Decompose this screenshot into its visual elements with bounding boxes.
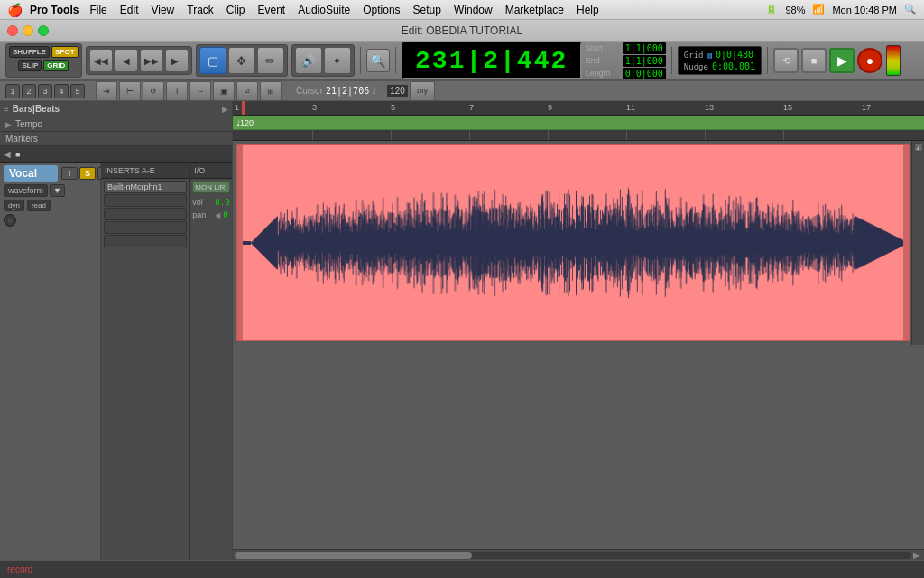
grid-icon: ▤ (707, 51, 712, 60)
pan-row: pan ◀ 0 (192, 209, 230, 221)
loop-button[interactable]: ⟲ (773, 48, 799, 73)
cursor-label: Cursor (296, 86, 323, 96)
dynamics-button[interactable]: dyn (4, 200, 24, 211)
plugin-slot-1[interactable]: Built-nMcrphn1 (104, 181, 187, 193)
menu-window[interactable]: Window (448, 2, 498, 18)
scroll-right-btn[interactable]: ▶ (911, 550, 922, 561)
length-label: Length (586, 69, 620, 78)
num-btn-3[interactable]: 3 (38, 84, 52, 98)
end-button[interactable]: ▶| (165, 49, 189, 72)
tab-btn[interactable]: ⇥ (96, 81, 117, 101)
right-scroll-area: ▲ (911, 141, 924, 345)
toolbar-separator-3 (671, 47, 672, 74)
vocal-track-collapse-icon[interactable]: ◀ (4, 149, 11, 159)
view-dropdown[interactable]: ▼ (50, 184, 65, 197)
num-btn-2[interactable]: 2 (22, 84, 36, 98)
menu-view[interactable]: View (145, 2, 180, 18)
waveform-label: waveform (4, 184, 48, 197)
fade-btn[interactable]: ⧄ (236, 81, 258, 101)
zoom-button[interactable]: 🔍 (366, 49, 390, 72)
pan-arrow: ◀ (215, 211, 220, 219)
nudge-btn[interactable]: ↔ (189, 81, 211, 101)
output-routing[interactable]: MON L/R (192, 181, 230, 193)
plugin-slot-4[interactable] (104, 221, 187, 234)
expand-btn2[interactable]: ⊞ (260, 81, 282, 101)
scroll-track[interactable] (235, 552, 911, 559)
close-button[interactable] (7, 25, 18, 36)
region-right-handle[interactable] (903, 145, 909, 340)
plugin-slot-2[interactable] (104, 194, 187, 207)
horizontal-scrollbar[interactable]: ▶ (233, 549, 924, 560)
menu-setup[interactable]: Setup (408, 2, 447, 18)
trim-btn[interactable]: ⊢ (119, 81, 141, 101)
smart-tool[interactable]: ✦ (324, 47, 351, 74)
record-button[interactable]: ● (857, 48, 882, 73)
menu-edit[interactable]: Edit (115, 2, 144, 18)
cursor-info: Cursor 21|2|706 ♩ (296, 86, 376, 96)
solo-button[interactable]: S (79, 167, 96, 180)
markers-row[interactable]: Markers (0, 132, 232, 146)
stop-button[interactable]: ■ (801, 48, 827, 73)
region-left-handle[interactable] (237, 145, 243, 340)
loop-btn-small[interactable]: ↺ (143, 81, 164, 101)
menu-file[interactable]: File (84, 2, 112, 18)
grabber-tool[interactable]: ✥ (228, 47, 255, 74)
track-name-row: Vocal I S M (4, 165, 97, 182)
menu-audiosuite[interactable]: AudioSuite (292, 2, 356, 18)
spot-button[interactable]: SPOT (51, 46, 79, 58)
zoom-right-btn[interactable]: ▲ (914, 143, 923, 152)
tempo-row[interactable]: ▶ Tempo (0, 117, 232, 132)
waveform-track-region[interactable]: ▲ (233, 141, 924, 345)
main-counter: 231|2|442 (402, 42, 582, 79)
read-button[interactable]: read (27, 200, 51, 211)
menu-clip[interactable]: Clip (221, 2, 251, 18)
panel-collapse-icon[interactable]: ≡ (4, 104, 9, 114)
grid-button[interactable]: GRID (43, 60, 69, 71)
clip-btn[interactable]: ▣ (213, 81, 235, 101)
menu-event[interactable]: Event (253, 2, 291, 18)
battery-level: 98% (785, 5, 805, 15)
track-view-row: waveform ▼ (4, 184, 97, 197)
menu-track[interactable]: Track (181, 2, 219, 18)
plugin-slot-5[interactable] (104, 235, 187, 247)
selector-tool[interactable]: ▢ (199, 47, 226, 74)
vol-row: vol 0.0 (192, 196, 230, 209)
comp-button[interactable]: ○ (4, 214, 16, 227)
bpm-display: 120 (387, 85, 408, 97)
pencil-tool[interactable]: ✏ (257, 47, 284, 74)
bar-3: 3 (312, 103, 317, 112)
panel-expand-icon[interactable]: ▶ (222, 105, 228, 114)
apple-menu[interactable]: 🍎 (7, 3, 23, 17)
menu-marketplace[interactable]: Marketplace (500, 2, 569, 18)
back-button[interactable]: ◀◀ (89, 49, 113, 72)
gridline-13 (705, 130, 706, 140)
menu-help[interactable]: Help (571, 2, 605, 18)
snap-btn[interactable]: ⌇ (166, 81, 188, 101)
shuffle-button[interactable]: SHUFFLE (9, 46, 50, 58)
num-btn-4[interactable]: 4 (54, 84, 69, 98)
edit-mode-group: SHUFFLE SPOT SLIP GRID (5, 43, 82, 78)
bar-9: 9 (548, 103, 552, 112)
minimize-button[interactable] (23, 25, 33, 36)
scroll-thumb[interactable] (235, 552, 472, 559)
menu-options[interactable]: Options (357, 2, 405, 18)
main-toolbar: SHUFFLE SPOT SLIP GRID ◀◀ ◀ ▶▶ ▶| ▢ ✥ ✏ … (0, 42, 924, 81)
audio-region[interactable] (236, 144, 910, 341)
length-value: 0|0|000 (623, 68, 666, 79)
menubar: 🍎 Pro Tools File Edit View Track Clip Ev… (0, 0, 924, 20)
plugin-slot-3[interactable] (104, 208, 187, 220)
play-button[interactable]: ▶ (829, 48, 855, 73)
timeline-ruler: 1 3 5 7 9 11 13 15 17 19 21 (233, 101, 924, 116)
markers-label: Markers (5, 134, 38, 144)
rewind-button[interactable]: ◀ (115, 49, 138, 72)
ffwd-button[interactable]: ▶▶ (140, 49, 163, 72)
dly-btn[interactable]: Dly (410, 81, 435, 101)
search-icon[interactable]: 🔍 (904, 4, 917, 15)
num-btn-1[interactable]: 1 (5, 84, 20, 98)
slip-button[interactable]: SLIP (18, 60, 42, 71)
speaker-tool[interactable]: 🔊 (295, 47, 322, 74)
input-monitor-button[interactable]: I (61, 167, 78, 180)
num-btn-5[interactable]: 5 (70, 84, 85, 98)
maximize-button[interactable] (38, 25, 49, 36)
io-label: I/O (194, 166, 205, 175)
